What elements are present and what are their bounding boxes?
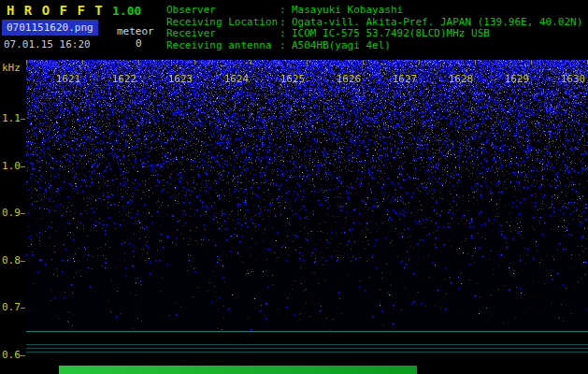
y-tick-label: 0.9 (2, 207, 22, 219)
level-grid-line (26, 344, 588, 345)
x-tick-label: 1622 (108, 73, 140, 85)
level-grid-line (26, 331, 588, 332)
y-tick-mark (21, 308, 25, 309)
x-tick-label: 1625 (277, 73, 308, 85)
info-value: A504HB(yagi 4el) (292, 40, 391, 52)
app-version: 1.00 (112, 4, 141, 18)
y-tick-label: 0.8 (2, 254, 22, 266)
signal-level-bar (59, 366, 417, 374)
x-tick-mark (475, 60, 476, 65)
timestamp: 07.01.15 16:20 (4, 38, 91, 50)
header-info-row: Receiver: ICOM IC-575 53.7492(8LCD)MHz U… (166, 28, 582, 40)
app-title: H R O F F T (7, 3, 104, 18)
x-tick-label: 1627 (389, 73, 421, 85)
x-tick-label: 1630 (557, 73, 588, 85)
x-tick-mark (419, 60, 420, 65)
y-tick-label: 0.7 (2, 301, 22, 313)
y-tick-mark (21, 166, 25, 167)
y-tick-label: 1.0 (2, 160, 22, 172)
level-grid-line (26, 352, 588, 352)
output-filename: 0701151620.png (2, 20, 98, 36)
x-tick-mark (194, 60, 195, 65)
meteor-mode-label: meteor (117, 25, 154, 37)
x-tick-mark (82, 60, 83, 65)
info-label: Receiving antenna (166, 40, 280, 52)
x-tick-label: 1629 (501, 73, 533, 85)
y-tick-label: 1.1 (2, 112, 22, 124)
x-tick-mark (307, 60, 308, 65)
info-value: ICOM IC-575 53.7492(8LCD)MHz USB (292, 28, 490, 40)
y-tick-mark (21, 119, 25, 120)
y-tick-mark (21, 261, 25, 262)
level-grid-line (26, 348, 588, 349)
y-axis-unit-label: kHz (2, 62, 21, 74)
x-tick-mark (26, 60, 27, 65)
y-tick-mark (21, 355, 25, 356)
x-tick-label: 1623 (165, 73, 196, 85)
x-tick-label: 1626 (333, 73, 365, 85)
x-tick-mark (138, 60, 139, 65)
header-info-row: Receiving antenna: A504HB(yagi 4el) (166, 40, 582, 52)
info-separator: : (280, 28, 292, 40)
info-label: Receiver (166, 28, 280, 40)
x-tick-label: 1621 (52, 73, 84, 85)
info-separator: : (280, 5, 292, 17)
info-label: Observer (166, 5, 280, 17)
y-tick-label: 0.6 (2, 349, 22, 361)
header-info-row: Observer: Masayuki Kobayashi (166, 5, 582, 17)
hrofft-output: H R O F F T 1.00 0701151620.png meteor 0… (0, 0, 588, 374)
x-tick-label: 1624 (221, 73, 252, 85)
spectrogram-canvas (26, 60, 588, 330)
x-tick-mark (363, 60, 364, 65)
x-tick-mark (251, 60, 251, 65)
meteor-count: 0 (136, 37, 142, 50)
info-separator: : (280, 40, 292, 52)
x-tick-label: 1628 (445, 73, 477, 85)
info-value: Masayuki Kobayashi (292, 5, 403, 17)
header-info-block: Observer: Masayuki KobayashiReceiving Lo… (166, 5, 582, 51)
y-tick-mark (21, 213, 25, 214)
x-tick-mark (531, 60, 532, 65)
